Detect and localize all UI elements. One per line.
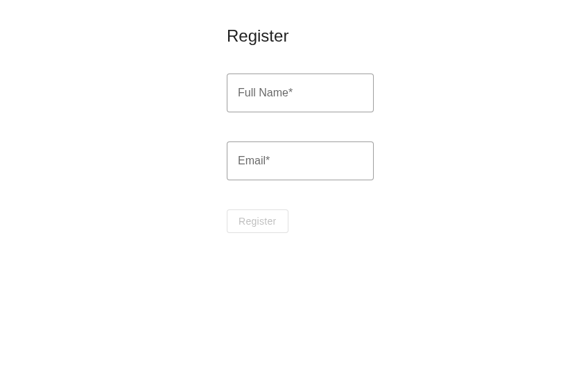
full-name-input[interactable]: [227, 74, 374, 112]
email-input[interactable]: [227, 141, 374, 180]
register-form-container: Register Register: [0, 0, 588, 233]
page-title: Register: [227, 26, 588, 46]
email-field-wrapper: [227, 141, 374, 180]
full-name-field-wrapper: [227, 74, 374, 112]
register-button[interactable]: Register: [227, 209, 288, 233]
